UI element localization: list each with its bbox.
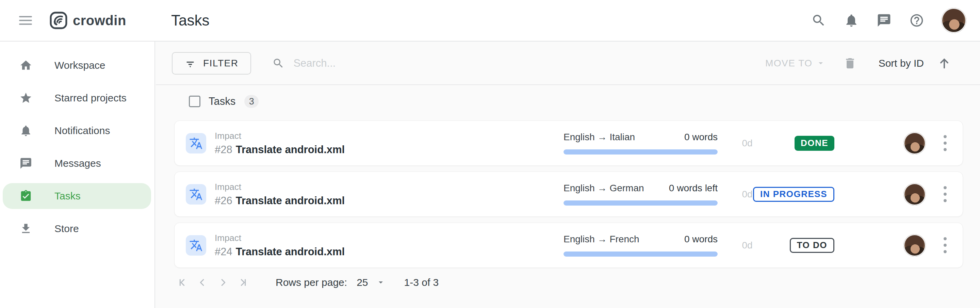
task-list: Impact #28Translate android.xml English … <box>156 118 980 268</box>
translate-task-icon <box>186 235 206 255</box>
sidebar-item-label: Store <box>54 223 79 235</box>
row-menu-kebab-icon[interactable] <box>942 185 948 204</box>
sidebar-item-notifications[interactable]: Notifications <box>0 114 154 147</box>
row-menu-kebab-icon[interactable] <box>942 236 948 255</box>
chevron-down-icon <box>377 280 385 285</box>
crowdin-logo-icon <box>49 11 68 30</box>
main-content: FILTER MOVE TO Sort by ID Tasks 3 <box>156 42 980 308</box>
task-words-count: 0 words <box>684 234 718 245</box>
search-icon <box>272 57 285 69</box>
task-progress-bar <box>563 149 718 155</box>
crowdin-logo[interactable]: crowdin <box>49 11 126 30</box>
task-id: #24 <box>215 246 232 258</box>
task-row[interactable]: Impact #24Translate android.xml English … <box>174 223 963 268</box>
top-header-brand-area: crowdin <box>0 0 155 41</box>
sidebar-item-store[interactable]: Store <box>0 212 154 245</box>
rows-per-page-select[interactable]: 25 <box>356 277 384 288</box>
rows-per-page-label: Rows per page: <box>275 277 347 288</box>
task-id: #26 <box>215 195 232 207</box>
search-icon[interactable] <box>811 12 827 29</box>
task-text-block: Impact #24Translate android.xml <box>215 233 563 258</box>
user-avatar[interactable] <box>941 8 966 33</box>
task-id: #28 <box>215 144 232 156</box>
task-words-count: 0 words <box>684 132 718 143</box>
assignee-avatar[interactable] <box>904 234 926 257</box>
task-title-text: Translate android.xml <box>236 246 345 258</box>
select-all-checkbox[interactable] <box>189 96 200 107</box>
chat-icon <box>19 157 32 170</box>
sidebar-item-label: Tasks <box>54 190 81 202</box>
help-icon[interactable] <box>908 12 925 29</box>
sidebar-item-label: Starred projects <box>54 92 127 104</box>
rows-per-page-value: 25 <box>356 277 368 288</box>
sidebar-nav: Workspace Starred projects Notifications… <box>0 41 155 308</box>
task-project-name: Impact <box>215 182 563 192</box>
search-input[interactable] <box>293 57 498 69</box>
hamburger-menu-icon[interactable] <box>19 16 32 25</box>
search-box <box>272 57 765 69</box>
sort-direction-arrow-icon[interactable] <box>937 56 951 70</box>
brand-name: crowdin <box>73 13 126 28</box>
task-words-count: 0 words left <box>669 183 718 194</box>
home-icon <box>19 59 32 72</box>
task-progress-fill <box>563 252 718 257</box>
row-menu-kebab-icon[interactable] <box>942 134 948 153</box>
task-row[interactable]: Impact #26Translate android.xml English … <box>174 172 963 217</box>
task-progress-column: English → French 0 words <box>563 234 718 257</box>
next-page-icon[interactable] <box>217 277 229 288</box>
task-language-pair: English → Italian <box>563 132 635 143</box>
task-title[interactable]: #28Translate android.xml <box>215 144 563 156</box>
task-project-name: Impact <box>215 131 563 141</box>
task-status-column: IN PROGRESS <box>777 187 834 202</box>
assignee-avatar[interactable] <box>904 132 926 155</box>
task-text-block: Impact #28Translate android.xml <box>215 131 563 156</box>
sidebar-item-label: Messages <box>54 158 101 169</box>
sidebar-item-label: Workspace <box>54 59 105 71</box>
move-to-label: MOVE TO <box>765 58 813 69</box>
delete-trash-icon[interactable] <box>843 56 857 71</box>
status-badge: IN PROGRESS <box>753 187 834 202</box>
last-page-icon[interactable] <box>237 277 249 288</box>
sidebar-item-messages[interactable]: Messages <box>0 147 154 180</box>
task-title-text: Translate android.xml <box>236 144 345 156</box>
task-due-days: 0d <box>718 138 777 149</box>
bell-icon <box>19 124 32 137</box>
status-badge: DONE <box>795 136 834 151</box>
task-progress-fill <box>563 201 718 206</box>
translate-task-icon <box>186 184 206 204</box>
task-status-column: TO DO <box>777 238 834 253</box>
sidebar-item-starred-projects[interactable]: Starred projects <box>0 82 154 114</box>
status-badge: TO DO <box>790 238 834 253</box>
task-title[interactable]: #26Translate android.xml <box>215 195 563 207</box>
page-title: Tasks <box>171 12 209 29</box>
task-due-days: 0d <box>718 240 777 251</box>
download-icon <box>19 222 32 235</box>
toolbar-right-actions: MOVE TO Sort by ID <box>765 56 951 71</box>
group-label: Tasks <box>208 95 235 107</box>
pagination-range: 1-3 of 3 <box>404 277 439 288</box>
filter-button[interactable]: FILTER <box>172 52 251 75</box>
tasks-count-badge: 3 <box>244 95 259 108</box>
task-language-pair: English → French <box>563 234 640 245</box>
sort-by-button[interactable]: Sort by ID <box>878 57 924 69</box>
chevron-down-icon <box>817 61 824 66</box>
task-row[interactable]: Impact #28Translate android.xml English … <box>174 120 963 166</box>
messages-chat-icon[interactable] <box>876 12 892 29</box>
top-header: crowdin Tasks <box>0 0 980 41</box>
assignee-avatar[interactable] <box>904 183 926 206</box>
sidebar-item-label: Notifications <box>54 125 110 136</box>
task-project-name: Impact <box>215 233 563 243</box>
first-page-icon[interactable] <box>176 277 188 288</box>
filter-button-label: FILTER <box>203 58 238 69</box>
task-progress-column: English → Italian 0 words <box>563 132 718 155</box>
task-language-pair: English → German <box>563 183 644 194</box>
top-header-actions <box>811 8 980 33</box>
move-to-dropdown[interactable]: MOVE TO <box>765 58 824 69</box>
sidebar-item-workspace[interactable]: Workspace <box>0 49 154 82</box>
sidebar-item-tasks[interactable]: Tasks <box>0 180 154 212</box>
task-progress-bar <box>563 201 718 206</box>
task-text-block: Impact #26Translate android.xml <box>215 182 563 207</box>
notifications-bell-icon[interactable] <box>843 12 859 29</box>
previous-page-icon[interactable] <box>197 277 208 288</box>
task-title[interactable]: #24Translate android.xml <box>215 246 563 258</box>
